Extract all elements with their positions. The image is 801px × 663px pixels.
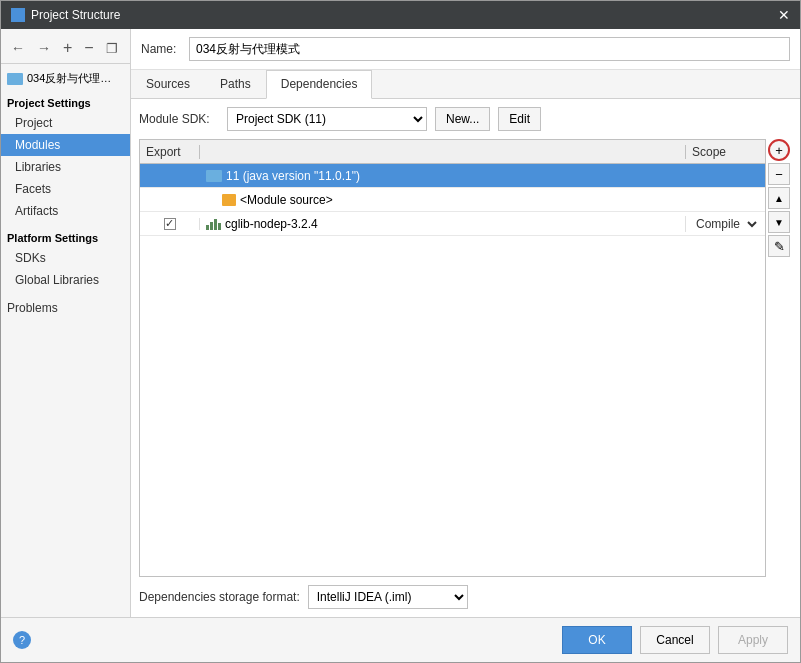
tab-sources[interactable]: Sources [131,70,205,98]
remove-dependency-button[interactable]: − [768,163,790,185]
scope-col-header: Scope [685,145,765,159]
apply-button[interactable]: Apply [718,626,788,654]
project-settings-label: Project Settings [1,89,130,112]
module-src-icon [222,194,236,206]
help-button[interactable]: ? [13,631,31,649]
remove-module-button[interactable]: − [80,37,97,59]
sdk-icon [206,170,222,182]
project-structure-dialog: Project Structure ✕ ← → + − ❐ 034反射与代理模式… [0,0,801,663]
dep-name-sdk: 11 (java version "11.0.1") [200,169,685,183]
module-icon [7,73,23,85]
export-checkbox-cglib[interactable] [164,218,176,230]
dialog-title: Project Structure [31,8,120,22]
sdk-dropdown[interactable]: Project SDK (11) [227,107,427,131]
dep-label-cglib: cglib-nodep-3.2.4 [225,217,318,231]
dep-name-cglib: cglib-nodep-3.2.4 [200,217,685,231]
dep-rows: 11 (java version "11.0.1") <Module sourc… [140,164,765,576]
sidebar-toolbar: ← → + − ❐ [1,33,130,64]
ok-button[interactable]: OK [562,626,632,654]
sidebar-item-project[interactable]: Project [1,112,130,134]
dep-label-module-source: <Module source> [240,193,333,207]
storage-dropdown[interactable]: IntelliJ IDEA (.iml) [308,585,468,609]
dep-area: Export Scope 11 (java version " [139,139,792,577]
dependencies-content: Module SDK: Project SDK (11) New... Edit… [131,99,800,617]
platform-settings-label: Platform Settings [1,222,130,247]
bottom-bar: ? OK Cancel Apply [1,617,800,662]
title-bar: Project Structure ✕ [1,1,800,29]
bottom-left: ? [13,631,554,649]
move-down-button[interactable]: ▼ [768,211,790,233]
cancel-button[interactable]: Cancel [640,626,710,654]
scope-select-cglib[interactable]: Compile Test Runtime Provided [692,216,760,232]
edit-sdk-button[interactable]: Edit [498,107,541,131]
new-sdk-button[interactable]: New... [435,107,490,131]
dep-scope-cglib[interactable]: Compile Test Runtime Provided [685,216,765,232]
name-input[interactable] [189,37,790,61]
edit-dependency-button[interactable]: ✎ [768,235,790,257]
sidebar: ← → + − ❐ 034反射与代理模式 Project Settings Pr… [1,29,131,617]
name-label: Name: [141,42,181,56]
sidebar-item-problems[interactable]: Problems [1,291,130,318]
sdk-row: Module SDK: Project SDK (11) New... Edit [139,107,792,131]
sidebar-item-facets[interactable]: Facets [1,178,130,200]
sidebar-item-modules[interactable]: Modules [1,134,130,156]
dialog-icon [11,8,25,22]
tab-dependencies[interactable]: Dependencies [266,70,373,99]
storage-row: Dependencies storage format: IntelliJ ID… [139,577,792,609]
tab-paths[interactable]: Paths [205,70,266,98]
module-label: 034反射与代理模式 [27,71,117,86]
side-panel-buttons: + − ▲ ▼ ✎ [768,139,792,577]
dep-label-sdk: 11 (java version "11.0.1") [226,169,360,183]
sdk-label: Module SDK: [139,112,219,126]
dep-name-module-source: <Module source> [200,193,685,207]
dep-export-cglib[interactable] [140,218,200,230]
back-button[interactable]: ← [7,38,29,58]
add-module-button[interactable]: + [59,37,76,59]
dep-row-sdk[interactable]: 11 (java version "11.0.1") [140,164,765,188]
name-row: Name: [131,29,800,70]
module-item-034[interactable]: 034反射与代理模式 [1,68,130,89]
storage-label: Dependencies storage format: [139,590,300,604]
copy-module-button[interactable]: ❐ [102,39,122,58]
dep-row-cglib[interactable]: cglib-nodep-3.2.4 Compile Test Runtime P… [140,212,765,236]
main-content: ← → + − ❐ 034反射与代理模式 Project Settings Pr… [1,29,800,617]
dep-table: Export Scope 11 (java version " [139,139,766,577]
sidebar-item-sdks[interactable]: SDKs [1,247,130,269]
add-dependency-button[interactable]: + [768,139,790,161]
export-col-header: Export [140,145,200,159]
dep-row-module-source[interactable]: <Module source> [140,188,765,212]
jar-icon [206,218,221,230]
sidebar-item-global-libraries[interactable]: Global Libraries [1,269,130,291]
dep-table-header: Export Scope [140,140,765,164]
forward-button[interactable]: → [33,38,55,58]
sidebar-item-libraries[interactable]: Libraries [1,156,130,178]
right-panel: Name: Sources Paths Dependencies Module … [131,29,800,617]
sidebar-item-artifacts[interactable]: Artifacts [1,200,130,222]
move-up-button[interactable]: ▲ [768,187,790,209]
tabs-row: Sources Paths Dependencies [131,70,800,99]
close-button[interactable]: ✕ [778,8,790,22]
